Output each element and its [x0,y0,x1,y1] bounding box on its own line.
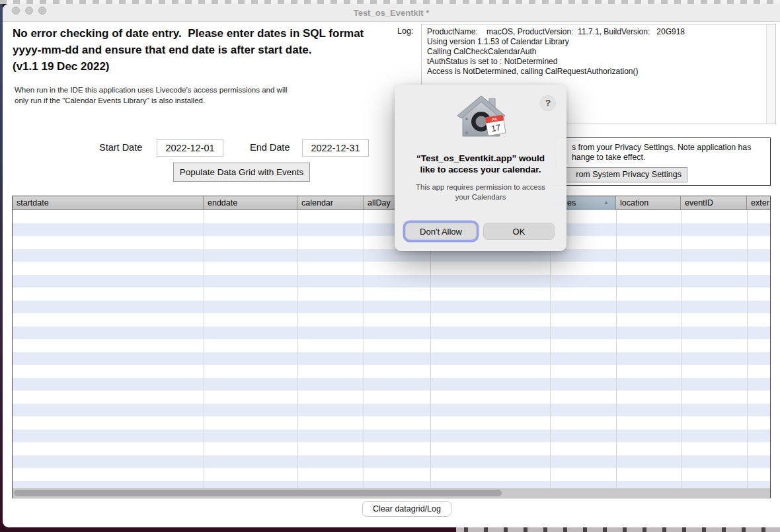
column-divider [616,210,617,488]
column-header-eventid[interactable]: eventID [681,196,747,210]
clear-datagrid-log-button[interactable]: Clear datagrid/Log [362,501,451,517]
column-header-location[interactable]: location [616,196,681,210]
privacy-info-box: s from your Privacy Settings. Note appli… [555,137,771,186]
table-row [13,455,770,469]
titlebar[interactable]: Test_os_Eventkit * [3,4,780,22]
table-row [13,416,770,430]
horizontal-scrollbar[interactable] [13,488,770,497]
log-scrollbar[interactable] [766,24,775,124]
horizontal-scrollbar-thumb[interactable] [14,490,502,496]
column-divider [550,210,551,488]
privacy-settings-button[interactable]: rom System Privacy Settings [549,167,687,182]
datagrid-header: startdate enddate calendar allDay es ▲ l… [13,196,770,210]
table-row [13,326,770,340]
column-header-externalid[interactable]: exter [747,196,770,210]
column-divider [747,210,748,488]
column-divider [364,210,364,488]
table-row [13,339,770,352]
table-row [13,262,770,275]
start-date-input[interactable]: 2022-12-01 [157,139,223,157]
help-button[interactable]: ? [540,95,556,111]
log-label: Log: [397,26,413,36]
grid-body [13,210,770,488]
table-row [13,442,770,455]
desktop-bottom-texture [456,527,780,532]
table-row [13,249,770,262]
dont-allow-button[interactable]: Don't Allow [405,223,477,240]
privacy-text-line1: s from your Privacy Settings. Note appli… [572,143,751,152]
table-row [13,365,770,378]
calendar-permission-dialog: ? JUL 17 “Test_os_Eventkit.app” would l [395,85,566,251]
table-row [13,481,770,488]
table-row [13,301,770,314]
table-row [13,378,770,391]
window-title: Test_os_Eventkit * [3,8,780,18]
table-row [13,210,770,223]
privacy-text-line2: hange to take effect. [572,153,645,162]
table-row [13,430,770,443]
table-row [13,223,770,237]
desktop-bottom-edge [0,527,780,532]
events-datagrid: startdate enddate calendar allDay es ▲ l… [12,196,771,498]
column-divider [297,210,298,488]
table-row [13,287,770,301]
dialog-title: “Test_os_Eventkit.app” would like to acc… [401,153,560,175]
calendar-day-text: 17 [490,122,502,133]
end-date-label: End Date [250,142,290,153]
column-header-startdate[interactable]: startdate [13,196,204,210]
table-row [13,404,770,417]
column-divider [204,210,204,488]
table-row [13,391,770,404]
column-divider [430,210,431,488]
end-date-input[interactable]: 2022-12-31 [302,139,369,157]
table-row [13,236,770,249]
column-divider [681,210,682,488]
table-row [13,352,770,365]
ok-button[interactable]: OK [483,223,555,240]
instructions-heading: No error checking of date entry. Please … [13,25,396,75]
ide-note: When run in the IDE this application use… [15,85,345,106]
column-header-enddate[interactable]: enddate [204,196,297,210]
dialog-message: This app requires permission to access y… [407,182,555,202]
column-header-label: es [567,198,576,208]
table-row [13,313,770,326]
app-window: Test_os_Eventkit * No error checking of … [3,4,780,527]
log-content: ProductName: macOS, ProductVersion: 11.7… [427,27,763,77]
start-date-label: Start Date [99,142,142,153]
table-row [13,468,770,481]
security-calendar-icon: JUL 17 [457,95,508,140]
column-header-calendar[interactable]: calendar [297,196,364,210]
table-row [13,275,770,288]
screen: Test_os_Eventkit * No error checking of … [0,0,780,532]
sort-ascending-icon: ▲ [604,200,609,206]
populate-grid-button[interactable]: Populate Data Grid with Events [173,163,310,182]
